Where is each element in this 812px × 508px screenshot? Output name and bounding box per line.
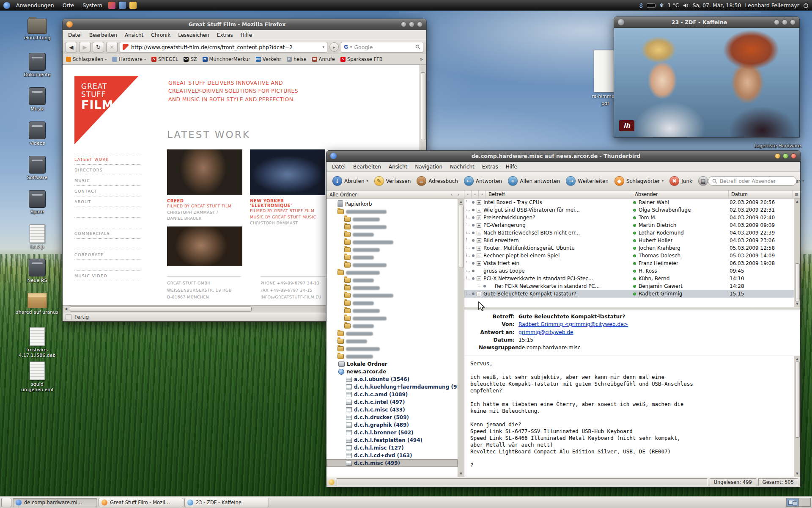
scrollbar-thumb[interactable] bbox=[421, 72, 425, 140]
maximize-button[interactable] bbox=[409, 22, 414, 27]
menu-item[interactable]: Chronik bbox=[147, 31, 174, 39]
greatstuff-logo[interactable]: GREAT STUFF FILM bbox=[74, 76, 139, 144]
menu-item[interactable]: Extras bbox=[213, 31, 237, 39]
folder-item-redacted[interactable] bbox=[326, 215, 458, 223]
toolbar-button[interactable]: « Allen antworten bbox=[505, 174, 562, 188]
menu-item[interactable]: Ansicht bbox=[121, 31, 147, 39]
thread-twisty-icon[interactable]: + bbox=[477, 215, 481, 220]
folder-item-redacted[interactable] bbox=[326, 345, 458, 353]
close-button[interactable] bbox=[791, 153, 796, 159]
folder-item-local-folders[interactable]: Lokale Ordner bbox=[326, 360, 458, 368]
site-nav-item[interactable]: CORPORATE bbox=[74, 249, 142, 260]
maximize-button[interactable] bbox=[782, 19, 787, 25]
thread-twisty-icon[interactable]: + bbox=[477, 292, 481, 296]
site-nav-item[interactable] bbox=[74, 207, 142, 218]
close-button[interactable] bbox=[790, 19, 796, 25]
desktop-icon[interactable]: frostwire-4.17.1.i586.deb bbox=[15, 326, 59, 359]
folder-item-redacted[interactable] bbox=[326, 299, 458, 307]
desktop-icon[interactable]: Dokumente bbox=[15, 51, 59, 85]
bookmark-item[interactable]: BR Verkehr bbox=[256, 56, 281, 62]
scroll-up-icon[interactable]: ▲ bbox=[796, 199, 798, 204]
site-nav-item[interactable] bbox=[74, 260, 142, 271]
newsgroup-item[interactable]: d.c.h.l.festplatten (494) bbox=[326, 436, 458, 444]
flag-column-header[interactable] bbox=[472, 190, 479, 198]
toolbar-button[interactable]: ✎ Verfassen bbox=[372, 174, 414, 188]
applications-menu-icon[interactable] bbox=[3, 2, 10, 9]
search-icon[interactable] bbox=[415, 44, 420, 50]
sender-column-header[interactable]: Absender bbox=[632, 190, 729, 198]
scroll-down-icon[interactable]: ▼ bbox=[796, 301, 798, 306]
attachment-column-header[interactable] bbox=[479, 190, 486, 198]
bookmark-item[interactable]: S Sparkasse FFB bbox=[340, 56, 383, 62]
thread-column-header[interactable] bbox=[464, 190, 472, 198]
toolbar-button[interactable]: ↓ Abrufen ▾ bbox=[330, 174, 371, 188]
folder-item-redacted[interactable] bbox=[326, 315, 458, 322]
folder-item-redacted[interactable] bbox=[326, 353, 458, 360]
newsgroup-item[interactable]: d.c.h.drucker (509) bbox=[326, 414, 458, 421]
message-body-scrollbar[interactable]: ▲ ▼ bbox=[794, 356, 800, 477]
desktop-icon[interactable]: Software bbox=[15, 154, 59, 188]
thread-twisty-icon[interactable]: + bbox=[477, 231, 481, 235]
message-row[interactable]: gruss aus Loope H. Koss 09:45 bbox=[464, 267, 794, 275]
folder-item-redacted[interactable] bbox=[326, 284, 458, 292]
folder-pane-scrollbar[interactable]: ▲ ▼ bbox=[458, 199, 464, 477]
firefox-titlebar[interactable]: Great Stuff Film - Mozilla Firefox bbox=[63, 19, 426, 30]
newsgroup-item[interactable]: d.c.h.l.misc (127) bbox=[326, 444, 458, 452]
taskbar-window-button[interactable]: Great Stuff Film - Mozil... bbox=[99, 498, 183, 507]
thread-twisty-icon[interactable]: + bbox=[477, 261, 481, 266]
desktop-icon[interactable]: Musik bbox=[15, 86, 59, 119]
column-picker-icon[interactable] bbox=[793, 190, 800, 198]
folder-item-redacted[interactable] bbox=[326, 322, 458, 330]
message-row[interactable]: + Preisentwicklungen? Tom M. 04.03.2009 … bbox=[464, 214, 794, 221]
site-nav-item[interactable] bbox=[74, 239, 142, 249]
message-row[interactable]: + Bild erweitern Hubert Holler 04.03.200… bbox=[464, 237, 794, 244]
app-launcher-1-icon[interactable] bbox=[108, 2, 115, 9]
url-dropdown-icon[interactable]: ▾ bbox=[322, 45, 324, 49]
scroll-left-icon[interactable]: ◀ bbox=[63, 307, 69, 311]
work-card[interactable]: NEW YORKER 'ELEKTRONIQUE' FILMED BY GREA… bbox=[250, 149, 325, 226]
workspace-switcher[interactable] bbox=[786, 498, 811, 507]
folder-item-trash[interactable]: Papierkorb bbox=[326, 200, 458, 208]
workspace-2[interactable] bbox=[798, 498, 810, 506]
newsgroup-item[interactable]: d.c.h.l.cd+dvd (163) bbox=[326, 452, 458, 459]
scrollbar-thumb[interactable] bbox=[795, 263, 800, 301]
search-engine-icon[interactable]: G bbox=[344, 44, 348, 50]
thread-twisty-icon[interactable]: + bbox=[477, 223, 481, 228]
menu-item[interactable]: Extras bbox=[478, 163, 502, 171]
folder-item-redacted[interactable] bbox=[326, 292, 458, 299]
thread-twisty-icon[interactable]: + bbox=[477, 246, 481, 251]
bluetooth-icon[interactable] bbox=[639, 3, 643, 8]
menu-item[interactable]: Ansicht bbox=[385, 163, 411, 171]
toolbar-button[interactable]: ≡ Adressbuch bbox=[414, 174, 461, 188]
scroll-down-icon[interactable]: ▼ bbox=[796, 471, 798, 476]
site-nav-item[interactable]: MUSIC VIDEO bbox=[74, 271, 142, 281]
message-row[interactable]: + Nach Batteriewechsel BIOS nicht err...… bbox=[464, 229, 794, 237]
menu-item[interactable]: Datei bbox=[64, 31, 85, 39]
newsgroup-item[interactable]: d.c.h.c.intel (497) bbox=[326, 398, 458, 406]
scrollbar-thumb[interactable] bbox=[795, 362, 800, 438]
date-column-header[interactable]: Datum bbox=[729, 190, 793, 198]
menu-item[interactable]: Navigation bbox=[411, 163, 446, 171]
scroll-down-icon[interactable]: ▼ bbox=[460, 471, 462, 476]
folder-item-redacted[interactable] bbox=[326, 254, 458, 261]
toolbar-button[interactable]: ◆ Schlagwörter ▾ bbox=[612, 174, 666, 188]
kaffeine-titlebar[interactable]: 23 - ZDF - Kaffeine bbox=[614, 17, 799, 28]
newsgroup-item[interactable]: d.c.h.kuehlung+laermdaemmung (91) bbox=[326, 383, 458, 391]
header-from-link[interactable]: Radbert Grimmig <grimmig@cityweb.de> bbox=[518, 320, 628, 328]
maximize-button[interactable] bbox=[783, 153, 788, 159]
bookmark-item[interactable]: h heise bbox=[287, 56, 307, 62]
folder-item-redacted[interactable] bbox=[326, 269, 458, 276]
site-nav-item[interactable]: LATEST WORK bbox=[74, 154, 142, 165]
folder-item-redacted[interactable] bbox=[326, 231, 458, 238]
app-launcher-3-icon[interactable] bbox=[129, 2, 137, 9]
go-button[interactable]: ▸ bbox=[329, 42, 339, 52]
workspace-1[interactable] bbox=[787, 498, 798, 506]
newsgroup-item[interactable]: a.o.l.ubuntu (3546) bbox=[326, 375, 458, 383]
site-nav-item[interactable]: COMMERCIALS bbox=[74, 228, 142, 239]
message-row[interactable]: + Gute Beleuchtete Kompakt-Tastatur? Rad… bbox=[464, 290, 794, 298]
site-nav-item[interactable]: DIRECTORS bbox=[74, 165, 142, 175]
menu-item[interactable]: Bearbeiten bbox=[85, 31, 121, 39]
taskbar-window-button[interactable]: de.comp.hardware.mi... bbox=[13, 498, 97, 507]
message-list-scrollbar[interactable]: ▲ ▼ bbox=[794, 199, 800, 307]
thread-twisty-icon[interactable]: − bbox=[477, 276, 481, 281]
